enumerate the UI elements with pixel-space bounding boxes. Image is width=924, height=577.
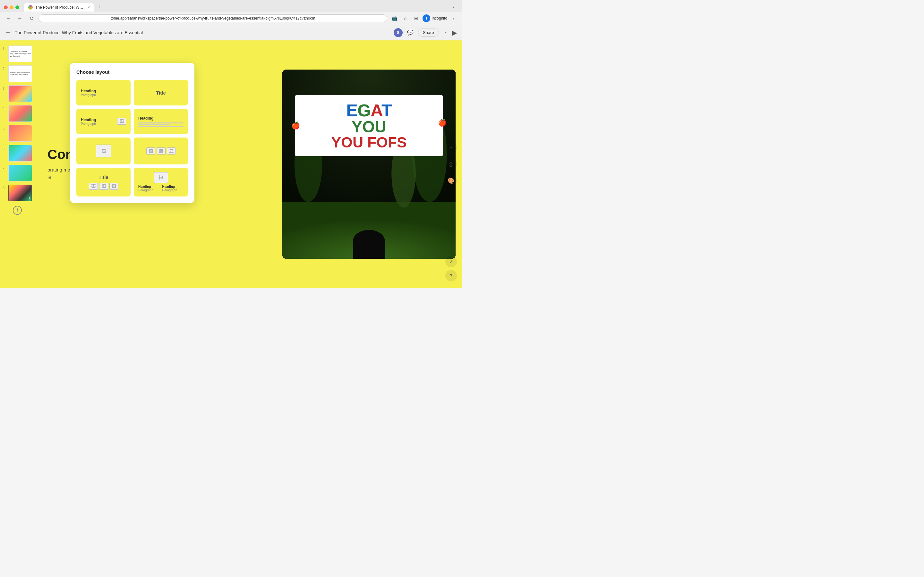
slide-number: 2 (3, 67, 6, 71)
maximize-window-button[interactable] (15, 5, 19, 9)
layout-paragraph: Paragraph (81, 122, 115, 126)
slide-number: 5 (3, 126, 6, 130)
slide-thumbnail[interactable] (8, 145, 32, 161)
slide-thumbnail[interactable]: The Power of Produce Why Fruits and Vege… (8, 45, 32, 62)
image-placeholder: 🖼 (154, 172, 168, 183)
two-text-cols: Heading Paragraph Heading Paragraph (138, 185, 184, 192)
traffic-lights (4, 5, 19, 9)
add-slide-icon: + (15, 207, 19, 213)
paragraph-2: Paragraph (162, 189, 184, 192)
slide-thumbnail[interactable] (8, 105, 32, 122)
layout-title-three-images[interactable]: Title 🖼 🖼 🖼 (76, 168, 131, 197)
add-element-button[interactable]: + (445, 142, 457, 153)
incognito-badge[interactable]: I Incognito (423, 15, 447, 22)
browser-chrome: The Power of Produce: Why Fr... × + ⋮ ← … (0, 0, 462, 25)
minimize-window-button[interactable] (10, 5, 13, 9)
image-placeholder: 🖼 (96, 145, 111, 157)
color-palette-button[interactable]: 🎨 (445, 175, 457, 187)
layout-title-only[interactable]: Title (134, 80, 188, 105)
slide-number: 7 (3, 166, 6, 170)
sidebar-item[interactable]: 4 (3, 105, 32, 122)
slide-number: 3 (3, 87, 6, 90)
image-placeholder: 🖼 (117, 118, 126, 125)
browser-more-button[interactable]: ⋮ (449, 14, 458, 23)
more-options-button[interactable]: ··· (442, 29, 449, 37)
app-header: ← The Power of Produce: Why Fruits and V… (0, 25, 462, 40)
slide-number: 8 (3, 186, 6, 190)
focus-button[interactable]: ◎ (445, 158, 457, 170)
layout-three-images[interactable]: 🖼 🖼 🖼 (134, 137, 188, 164)
tab-title: The Power of Produce: Why Fr... (35, 5, 85, 10)
address-bar: ← → ↺ 📺 ☆ ⊞ I Incognito ⋮ (0, 12, 462, 25)
text-col-2: Heading Paragraph (162, 185, 184, 192)
user-avatar[interactable]: S (394, 28, 403, 37)
add-slide-button[interactable]: + (3, 206, 32, 215)
sidebar-toggle-button[interactable]: ⊞ (412, 14, 421, 23)
layout-heading-paragraph-image[interactable]: Heading Paragraph 🖼 (76, 109, 131, 134)
layout-lines (138, 122, 184, 127)
thumb-text: Benefits of fruits and vegetables includ… (10, 72, 31, 76)
single-image-container: 🖼 (81, 142, 126, 160)
expand-button[interactable]: ⤢ (445, 256, 457, 268)
sidebar-item[interactable]: 6 (3, 145, 32, 161)
tab-close-button[interactable]: × (87, 5, 90, 10)
layout-single-image[interactable]: 🖼 (76, 137, 131, 164)
sidebar-item[interactable]: 1 The Power of Produce Why Fruits and Ve… (3, 45, 32, 62)
play-button[interactable]: ▶ (452, 29, 457, 37)
layout-heading-label: Heading (81, 89, 126, 93)
layout-heading-lines[interactable]: Heading (134, 109, 188, 134)
image-placeholder: 🖼 (99, 183, 108, 190)
browser-menu-button[interactable]: ⋮ (449, 3, 458, 12)
sign-line2: YOU (303, 119, 435, 135)
app-header-title: The Power of Produce: Why Fruits and Veg… (15, 30, 394, 35)
line (138, 124, 170, 125)
person-silhouette (353, 230, 385, 259)
active-tab[interactable]: The Power of Produce: Why Fr... × (24, 3, 94, 11)
layout-image-two-columns[interactable]: 🖼 Heading Paragraph Heading Paragraph (134, 168, 188, 197)
share-button[interactable]: Share (418, 29, 439, 37)
sign-you-fofs: YOU FOFS (331, 134, 407, 151)
slide-thumbnail[interactable] (8, 165, 32, 181)
paragraph-1: Paragraph (138, 189, 160, 192)
letter-a: A (371, 101, 381, 120)
help-button[interactable]: ? (445, 270, 457, 282)
line (138, 126, 184, 127)
image-placeholder: 🖼 (146, 147, 155, 155)
thumb-text: The Power of Produce Why Fruits and Vege… (10, 50, 31, 57)
line (138, 122, 184, 123)
bookmark-button[interactable]: ☆ (401, 14, 410, 23)
sign-line1: EGAT (303, 102, 435, 119)
browser-actions: 📺 ☆ ⊞ I Incognito ⋮ (390, 14, 458, 23)
layout-grid: Heading Paragraph Title Heading Paragrap… (76, 80, 188, 197)
slide-thumbnail[interactable]: Benefits of fruits and vegetables includ… (8, 65, 32, 82)
fruit-decoration-right: 🍎 (438, 119, 447, 127)
reload-button[interactable]: ↺ (27, 14, 36, 23)
fruit-decoration-left: 🍎 (291, 121, 300, 130)
slide-thumbnail[interactable] (8, 125, 32, 142)
slides-sidebar: 1 The Power of Produce Why Fruits and Ve… (0, 40, 35, 288)
address-input[interactable] (39, 15, 387, 22)
comment-button[interactable]: 💬 (406, 28, 415, 37)
sidebar-item[interactable]: 7 (3, 165, 32, 181)
sidebar-item[interactable]: 3 (3, 85, 32, 102)
sign-you: YOU (352, 118, 386, 136)
slide-image-bg: EGAT YOU YOU FOFS 🍎 🍎 (282, 69, 456, 259)
sidebar-item[interactable]: 2 Benefits of fruits and vegetables incl… (3, 65, 32, 82)
forward-button[interactable]: → (15, 14, 24, 23)
app-back-button[interactable]: ← (5, 29, 11, 36)
text-col-1: Heading Paragraph (138, 185, 160, 192)
cast-button[interactable]: 📺 (390, 14, 399, 23)
layout-heading-paragraph[interactable]: Heading Paragraph (76, 80, 131, 105)
heading-2: Heading (162, 185, 184, 189)
image-sign: EGAT YOU YOU FOFS 🍎 🍎 (295, 95, 443, 156)
layout-content: Heading Paragraph 🖼 (81, 118, 126, 126)
sidebar-item[interactable]: 5 (3, 125, 32, 142)
close-window-button[interactable] (4, 5, 8, 9)
new-tab-button[interactable]: + (95, 3, 104, 12)
slide-number: 4 (3, 106, 6, 110)
title-label: Title (99, 174, 108, 180)
sidebar-item-active[interactable]: 8 S (3, 185, 32, 201)
slide-thumbnail-active[interactable]: S (8, 185, 32, 201)
back-button[interactable]: ← (4, 14, 13, 23)
slide-thumbnail[interactable] (8, 85, 32, 102)
